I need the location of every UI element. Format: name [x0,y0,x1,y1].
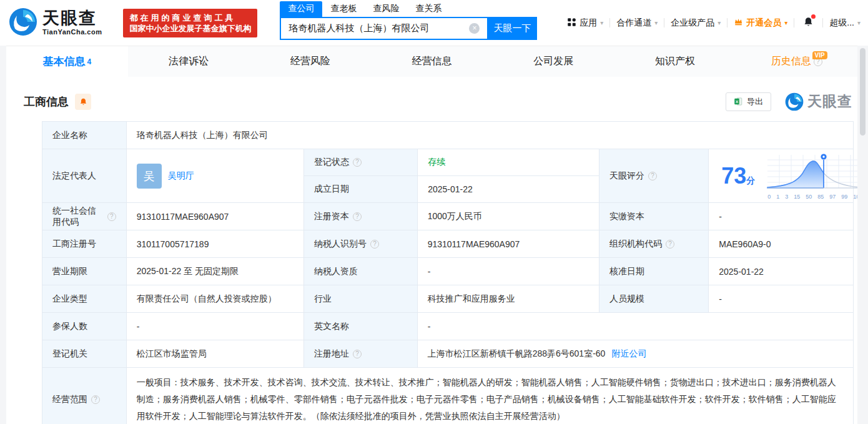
score-axis-ticks: 0131550859799100 [767,194,862,200]
help-icon[interactable]: ? [353,212,362,221]
top-navigation: 应用 ▾ 合作通道 ▾ 企业级产品 ▾ 开通会 [567,16,861,29]
chevron-down-icon: ▾ [600,19,603,26]
field-label: 行业 [303,285,417,312]
insured-count-value: - [126,313,303,340]
reg-no-value: 310117005717189 [126,230,303,257]
vip-badge: VIP [812,51,827,59]
score-cell: 73分 [708,149,853,202]
chevron-down-icon: ▾ [718,19,721,26]
page-body: 基本信息 4 法律诉讼 经营风险 经营信息 公司发展 知识产权 [0,46,868,424]
brand-name: 天眼查 [42,10,102,27]
help-icon[interactable]: ? [648,172,657,180]
search-area: 查公司 查老板 查风险 查关系 × 天眼一下 [280,1,537,40]
field-label: 工商注册号 [42,230,126,257]
watermark-logo: 天眼查 [785,92,852,111]
search-tab-boss[interactable]: 查老板 [322,1,365,17]
score-unit: 分 [746,175,755,185]
tab-company-development[interactable]: 公司发展 [493,46,614,77]
nav-coop[interactable]: 合作通道 ▾ [616,17,658,29]
nav-apps-label: 应用 [579,17,597,29]
help-icon[interactable]: ? [91,395,100,404]
field-label-text: 组织机构代码 [609,239,662,250]
divider [727,18,727,27]
help-icon[interactable]: ? [107,212,116,221]
approval-date-value: 2025-01-22 [708,258,853,285]
help-icon[interactable]: ? [666,240,674,249]
status-date-subtable: 登记状态 ? 存续 成立日期 2025-01-22 [303,149,599,202]
scrollbar-thumb[interactable] [860,48,866,136]
reg-address-cell: 上海市松江区新桥镇千帆路288弄6号601室-60 附近公司 [417,340,853,367]
notifications-bell[interactable] [803,16,814,29]
help-icon[interactable]: ? [353,350,362,358]
field-label: 英文名称 [303,313,417,340]
nav-open-vip[interactable]: 开通会员 ▾ [734,17,787,29]
table-row: 企业名称 珞奇机器人科技（上海）有限公司 [42,122,853,149]
brand-domain: TianYanCha.com [42,29,102,36]
table-row: 经营范围 ? 一般项目：技术服务、技术开发、技术咨询、技术交流、技术转让、技术推… [42,367,853,424]
tab-basic-info[interactable]: 基本信息 4 [6,46,128,77]
monitor-bell-button[interactable] [75,94,91,110]
field-label: 纳税人资质 [303,258,417,285]
tab-label: 基本信息 [43,54,86,69]
tianyancha-swirl-icon [9,7,37,39]
help-icon[interactable]: ? [370,240,379,249]
score-value: 73 [721,163,746,189]
search-box: × 天眼一下 [280,17,537,40]
chevron-down-icon: ▾ [784,19,787,26]
nav-enterprise-label: 企业级产品 [671,17,714,29]
nav-account-label: 超级... [829,17,854,29]
table-row: 登记机关 松江区市场监管局 注册地址 ? 上海市松江区新桥镇千帆路288弄6号6… [42,340,853,367]
tab-label: 历史信息 [771,55,811,68]
nearby-companies-link[interactable]: 附近公司 [611,348,646,360]
help-icon[interactable]: ? [353,158,362,167]
nav-apps[interactable]: 应用 ▾ [567,17,603,29]
search-tab-relation[interactable]: 查关系 [407,1,450,17]
divider [822,18,823,27]
tab-legal-proceedings[interactable]: 法律诉讼 [128,46,250,77]
export-button[interactable]: X 导出 [726,92,771,111]
field-label: 注册地址 ? [303,340,417,367]
tab-operating-risk[interactable]: 经营风险 [249,46,371,77]
reg-address-value: 上海市松江区新桥镇千帆路288弄6号601室-60 [428,348,606,360]
field-label: 组织机构代码 ? [599,230,708,257]
field-label-text: 登记状态 [314,157,349,168]
site-logo[interactable]: 天眼查 TianYanCha.com [9,7,102,39]
staff-size-value: - [708,285,853,312]
search-button[interactable]: 天眼一下 [487,17,537,40]
export-label: 导出 [747,96,763,107]
tab-intellectual-property[interactable]: 知识产权 [614,46,736,77]
bell-icon [79,97,87,106]
search-input[interactable] [280,17,487,40]
search-tab-company[interactable]: 查公司 [280,1,322,17]
tab-business-info[interactable]: 经营信息 [371,46,493,77]
table-row: 营业期限 2025-01-22 至 无固定期限 纳税人资质 - 核准日期 202… [42,257,853,285]
field-label: 登记机关 [42,340,126,367]
reg-capital-value: 1000万人民币 [417,203,599,230]
logo-text: 天眼查 TianYanCha.com [42,10,102,36]
field-label: 核准日期 [599,258,708,285]
tab-label: 知识产权 [655,55,695,68]
tab-history-info[interactable]: VIP 历史信息 ? [736,46,857,77]
taxpayer-id-value: 91310117MAE960A907 [417,230,599,257]
tab-label: 法律诉讼 [169,55,209,68]
english-name-value: - [417,313,853,340]
nav-account[interactable]: 超级... ▾ [829,17,861,29]
field-label-text: 纳税人识别号 [314,239,367,250]
tab-label: 经营风险 [290,55,330,68]
search-tab-risk[interactable]: 查风险 [365,1,407,17]
field-label: 法定代表人 [42,149,126,202]
paid-capital-value: - [708,203,853,230]
nav-coop-label: 合作通道 [616,17,651,29]
section-title: 工商信息 [24,94,69,109]
registration-table: 企业名称 珞奇机器人科技（上海）有限公司 法定代表人 吴 吴明厅 登记状态 [42,121,854,424]
page: 天眼查 TianYanCha.com 都在用的商业查询工具 国家中小企业发展子基… [0,0,868,424]
nav-enterprise[interactable]: 企业级产品 ▾ [671,17,721,29]
field-label: 成立日期 [304,176,417,202]
section-header: 工商信息 X 导出 [6,77,857,120]
section-header-right: X 导出 天眼查 [726,92,852,111]
credit-code-value: 91310117MAE960A907 [126,203,303,230]
slogan-banner: 都在用的商业查询工具 国家中小企业发展子基金旗下机构 [123,9,257,37]
legal-rep-link[interactable]: 吴明厅 [168,170,194,182]
avatar[interactable]: 吴 [137,164,162,189]
slogan-line1: 都在用的商业查询工具 [129,12,251,23]
